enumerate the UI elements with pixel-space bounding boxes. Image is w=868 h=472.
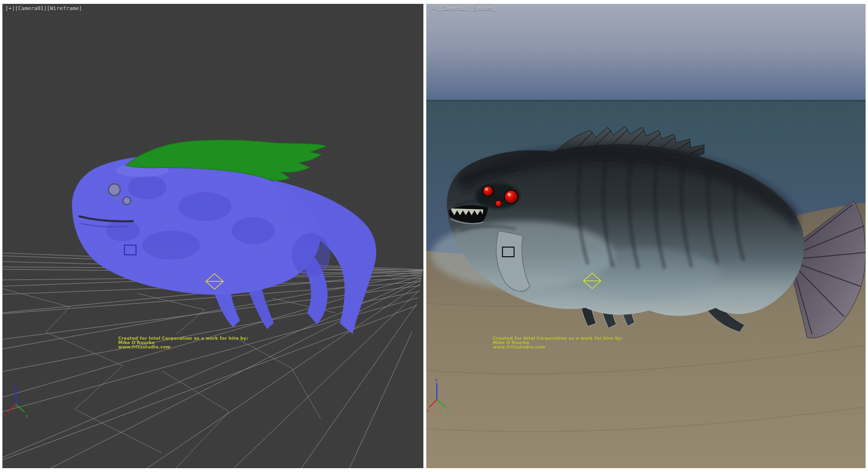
- axis-y-label: y: [26, 413, 28, 418]
- axis-z-label: z: [14, 382, 16, 387]
- axis-y-label: y: [447, 408, 449, 413]
- fish-eyes: [475, 183, 520, 208]
- viewport-area: z x y [+][Camera01][Wireframe] Created f…: [0, 0, 868, 472]
- axis-tripod: z x y: [3, 382, 28, 418]
- viewport-menu-general[interactable]: [+]: [429, 5, 439, 12]
- viewport-menu-general[interactable]: [+]: [5, 5, 15, 12]
- attribution-line: www.fritzstudio.com: [118, 345, 248, 349]
- attribution-text: Created for Intel Corporation as a work …: [118, 336, 248, 349]
- shaded-canvas[interactable]: z x y: [426, 4, 866, 468]
- viewport-label: [+][Camera01][Wireframe]: [5, 5, 82, 12]
- viewport-wireframe[interactable]: z x y [+][Camera01][Wireframe] Created f…: [2, 4, 423, 468]
- wireframe-canvas[interactable]: z x y: [2, 4, 423, 468]
- axis-x-label: x: [426, 408, 429, 413]
- viewport-menu-pov[interactable]: [Camera01]: [15, 5, 47, 12]
- viewport-label: [+][Camera01][Shaded]: [429, 5, 496, 12]
- viewport-menu-pov[interactable]: [Camera01]: [439, 5, 471, 12]
- viewport-menu-shading[interactable]: [Wireframe]: [47, 5, 82, 12]
- sky: [426, 4, 866, 100]
- axis-z-label: z: [435, 377, 437, 382]
- horizon-line: [426, 100, 866, 101]
- fish-mouth: [448, 205, 488, 223]
- attribution-line: www.fritzstudio.com: [493, 345, 623, 349]
- viewport-menu-shading[interactable]: [Shaded]: [471, 5, 496, 12]
- viewport-shaded[interactable]: z x y [+][Camera01][Shaded] Created for …: [426, 4, 866, 468]
- axis-x-label: x: [3, 413, 6, 418]
- attribution-text: Created for Intel Corporation as a work …: [493, 336, 623, 349]
